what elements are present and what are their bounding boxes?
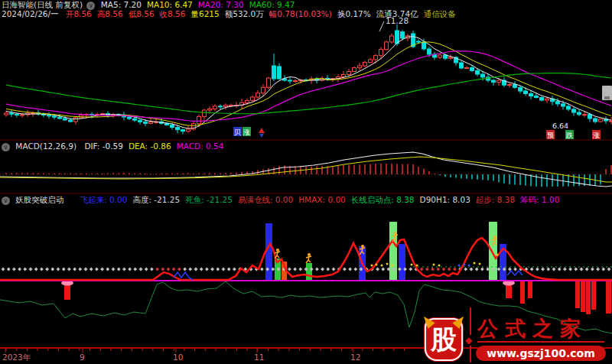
macd-field: DEA: -0.86 xyxy=(129,141,171,151)
watermark-site-name: 公式之家 xyxy=(477,315,609,343)
macd-field: DIF: -0.59 xyxy=(84,141,122,151)
indicator-field: 长线启动点: 8.38 xyxy=(351,195,415,204)
indicator-field: 死鱼: -21.25 xyxy=(185,195,233,204)
ma-values: MA5: 7.20MA10: 6.47MA20: 7.30MA60: 9.47 xyxy=(101,0,301,9)
indicator-field: HMAX: 0.00 xyxy=(298,195,346,204)
stock-title: 日海智能(日线 前复权) xyxy=(2,0,83,9)
quote-field: 通信设备 xyxy=(424,9,456,18)
watermark-url: www.gszj100.com xyxy=(476,346,606,361)
quote-bar: 2024/02/26/一 开8.56高8.56低8.56收8.56量6215额5… xyxy=(0,9,612,18)
macd-title: MACD(12,26,9) xyxy=(15,141,76,151)
ma-value: MA60: 9.47 xyxy=(249,0,295,9)
axis-label: 10 xyxy=(173,353,183,362)
ma-value: MA5: 7.20 xyxy=(101,0,142,9)
logo-char: 股 xyxy=(431,324,457,355)
axis-label: 12 xyxy=(350,353,360,362)
quote-field: 额532.0万 xyxy=(225,9,264,18)
ma-value: MA20: 7.30 xyxy=(198,0,244,9)
macd-field: MACD: 0.54 xyxy=(177,141,224,151)
indicator-field: 易满仓线: 0.00 xyxy=(238,195,293,204)
macd-header: ∨ MACD(12,26,9) DIF: -0.59DEA: -0.86MACD… xyxy=(0,141,612,151)
quote-field: 量6215 xyxy=(190,9,219,18)
macd-fields: DIF: -0.59DEA: -0.86MACD: 0.54 xyxy=(84,141,229,151)
collapse-indicator-icon[interactable]: ∨ xyxy=(2,197,10,205)
ma-value: MA10: 6.47 xyxy=(147,0,193,9)
indicator-title: 妖股突破启动 xyxy=(15,195,63,204)
svg-text:跌: 跌 xyxy=(566,132,573,139)
svg-text:6.64: 6.64 xyxy=(552,122,568,130)
svg-text:涨: 涨 xyxy=(243,128,250,136)
indicator-field: D90H1: 8.03 xyxy=(420,195,470,204)
indicator-diamond-line xyxy=(2,268,611,271)
axis-label: 2023年 xyxy=(2,353,31,363)
indicator-field: 起步: 8.38 xyxy=(476,195,515,204)
quote-field: 收8.56 xyxy=(160,9,186,18)
indicator-field: 筹码: 1.00 xyxy=(520,195,559,204)
collapse-main-icon[interactable]: ∨ xyxy=(86,2,95,10)
quote-field: 低8.56 xyxy=(129,9,155,18)
collapse-macd-icon[interactable]: ∨ xyxy=(2,143,10,151)
indicator-fields: 飞起来: 0.00高度: -21.25死鱼: -21.25易满仓线: 0.00H… xyxy=(80,195,565,204)
main-candles xyxy=(5,24,612,135)
macd-histogram xyxy=(6,164,611,187)
indicator-field: 飞起来: 0.00 xyxy=(80,195,128,204)
svg-text:贝: 贝 xyxy=(234,128,241,136)
svg-text:预: 预 xyxy=(547,132,554,139)
axis-label: 9 xyxy=(80,353,85,362)
quote-field: 流通3.74亿 xyxy=(376,9,418,18)
quote-field: 高8.56 xyxy=(97,9,123,18)
watermark-underline xyxy=(477,341,604,343)
indicator-header: ∨ 妖股突破启动 飞起来: 0.00高度: -21.25死鱼: -21.25易满… xyxy=(0,195,612,205)
runner-icon xyxy=(306,253,311,263)
title-bar: 日海智能(日线 前复权) ∨ MA5: 7.20MA10: 6.47MA20: … xyxy=(0,0,612,10)
bull-logo-icon: 股 xyxy=(425,317,465,362)
quote-field: 幅0.78(10.03%) xyxy=(269,9,332,18)
axis-ticks xyxy=(5,349,405,353)
axis-label: 11 xyxy=(254,353,264,362)
diamond-icon: ◆ xyxy=(465,335,472,346)
watermark: 股 ◆ 公式之家 www.gszj100.com xyxy=(422,307,610,364)
quote-date: 2024/02/26/一 xyxy=(2,9,59,18)
quote-field: 换0.17% xyxy=(337,9,371,18)
trading-app-window: 11.286.64预跌涨贝涨 日海智能(日线 前复权) ∨ MA5: 7.20M… xyxy=(0,0,612,364)
svg-text:涨: 涨 xyxy=(592,132,600,139)
runner-icon xyxy=(275,249,280,258)
quote-fields: 开8.56高8.56低8.56收8.56量6215额532.0万幅0.78(10… xyxy=(66,9,461,18)
quote-field: 开8.56 xyxy=(66,9,92,18)
indicator-field: 高度: -21.25 xyxy=(132,195,180,204)
indicator-zigzags xyxy=(174,271,522,280)
runner-icons xyxy=(275,232,497,263)
